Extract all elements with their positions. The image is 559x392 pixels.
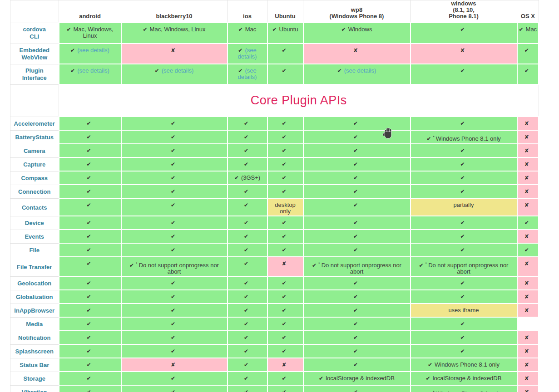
check-icon: ✔ xyxy=(282,247,286,253)
cell-text: Windows Phone 8.1 only xyxy=(436,391,501,392)
matrix-cell: ✘ xyxy=(517,304,539,317)
check-icon: ✔ xyxy=(86,280,91,286)
check-icon: ✔ xyxy=(244,202,248,208)
table-row: cordova CLI✔Mac, Windows, Linux✔Mac, Win… xyxy=(10,23,539,44)
cell-text: Windows Phone 8.1 only xyxy=(436,135,501,142)
check-icon: ✔ xyxy=(244,120,248,127)
cell-text: Windows Phone 8.1 only xyxy=(435,361,500,368)
check-icon: ✔ xyxy=(282,294,286,300)
cross-icon: ✘ xyxy=(524,294,529,300)
footnote-asterisk: * xyxy=(433,135,435,139)
feature-link-compass[interactable]: Compass xyxy=(21,175,48,182)
matrix-cell: ✔ xyxy=(303,385,411,392)
check-icon: ✔ xyxy=(460,68,465,74)
matrix-cell: ✘ xyxy=(517,130,539,144)
feature-link-plugin-interface[interactable]: Plugin Interface xyxy=(22,67,47,82)
matrix-cell: ✔ xyxy=(303,171,411,185)
table-row: Splashscreen✔✔✔✔✔✔✘ xyxy=(10,344,539,358)
matrix-cell: ✘ xyxy=(517,358,539,372)
check-icon: ✔ xyxy=(426,136,431,142)
check-icon: ✔ xyxy=(460,280,465,286)
check-icon: ✔ xyxy=(171,175,175,181)
matrix-cell: ✘ xyxy=(517,117,539,130)
matrix-cell: ✘ xyxy=(411,44,517,64)
matrix-cell: ✔ xyxy=(228,117,267,130)
matrix-cell: ✔ xyxy=(228,157,267,171)
matrix-cell: ✘ xyxy=(517,290,539,304)
feature-link-storage[interactable]: Storage xyxy=(24,375,45,382)
footnote-asterisk: * xyxy=(136,261,138,266)
check-icon: ✔ xyxy=(519,26,524,33)
feature-link-embedded-webview[interactable]: Embedded WebView xyxy=(20,47,49,61)
see-details-link[interactable]: (see details) xyxy=(77,47,109,54)
check-icon: ✔ xyxy=(460,334,465,341)
feature-link-events[interactable]: Events xyxy=(25,233,44,240)
table-row: InAppBrowser✔✔✔✔✔uses iframe✘ xyxy=(10,304,539,317)
check-icon: ✔ xyxy=(460,188,465,195)
check-icon: ✔ xyxy=(282,161,286,167)
feature-link-batterystatus[interactable]: BatteryStatus xyxy=(15,134,54,141)
feature-link-media[interactable]: Media xyxy=(26,321,43,328)
matrix-cell: ✔ xyxy=(303,185,411,198)
cross-icon: ✘ xyxy=(524,348,529,354)
empty-feature-cell xyxy=(10,84,59,117)
feature-link-accelerometer[interactable]: Accelerometer xyxy=(14,120,55,127)
matrix-cell: ✔ xyxy=(59,117,121,130)
feature-link-status-bar[interactable]: Status Bar xyxy=(20,362,49,369)
feature-link-contacts[interactable]: Contacts xyxy=(22,204,47,211)
check-icon: ✔ xyxy=(282,375,286,382)
see-details-link[interactable]: (see details) xyxy=(162,67,194,74)
check-icon: ✔ xyxy=(460,147,465,154)
check-icon: ✔ xyxy=(86,120,91,127)
see-details-link[interactable]: (see details) xyxy=(344,67,376,74)
feature-link-notification[interactable]: Notification xyxy=(18,334,51,342)
feature-link-connection[interactable]: Connection xyxy=(18,188,51,196)
cross-icon: ✘ xyxy=(460,47,465,54)
matrix-cell: ✘ xyxy=(267,358,303,372)
matrix-cell: ✔ xyxy=(228,276,267,290)
table-row: Accelerometer✔✔✔✔✔✔✘ xyxy=(10,117,539,130)
feature-link-splashscreen[interactable]: Splashscreen xyxy=(15,348,54,355)
matrix-cell: ✔ xyxy=(303,216,411,230)
check-icon: ✔ xyxy=(86,233,91,240)
matrix-cell: ✔ xyxy=(121,117,228,130)
matrix-cell: ✘ xyxy=(267,257,303,276)
feature-link-vibration[interactable]: Vibration xyxy=(22,389,47,392)
check-icon: ✔ xyxy=(312,262,317,269)
check-icon: ✔ xyxy=(70,47,75,54)
feature-link-device[interactable]: Device xyxy=(25,220,44,227)
cross-icon: ✘ xyxy=(524,280,529,286)
check-icon: ✔ xyxy=(86,334,91,341)
matrix-cell: desktop only xyxy=(267,198,303,216)
feature-link-capture[interactable]: Capture xyxy=(23,161,45,168)
matrix-cell: ✔ xyxy=(267,144,303,157)
matrix-cell: ✔*Windows Phone 8.1 only xyxy=(411,130,517,144)
feature-cell: Globalization xyxy=(10,290,59,304)
column-header-ios: ios xyxy=(228,0,267,23)
feature-link-inappbrowser[interactable]: InAppBrowser xyxy=(14,307,54,314)
matrix-cell: ✔*Do not support onprogress nor abort xyxy=(303,257,411,276)
feature-link-camera[interactable]: Camera xyxy=(24,147,45,155)
matrix-cell: ✔ xyxy=(303,117,411,130)
feature-link-cordova-cli[interactable]: cordova CLI xyxy=(23,26,46,40)
matrix-cell: ✔ xyxy=(517,216,539,230)
feature-cell: Storage xyxy=(10,372,59,385)
cross-icon: ✘ xyxy=(282,260,286,267)
cell-text: Do not support onprogress nor abort xyxy=(322,262,401,275)
feature-link-file[interactable]: File xyxy=(30,247,40,254)
feature-link-globalization[interactable]: Globalization xyxy=(16,294,53,301)
see-details-link[interactable]: (see details) xyxy=(77,67,109,74)
feature-link-geolocation[interactable]: Geolocation xyxy=(17,280,51,287)
table-row: Globalization✔✔✔✔✔✔✘ xyxy=(10,290,539,304)
check-icon: ✔ xyxy=(171,202,175,208)
check-icon: ✔ xyxy=(353,348,358,354)
cell-text: Mac, Windows, Linux xyxy=(73,26,113,39)
check-icon: ✔ xyxy=(143,26,148,33)
check-icon: ✔ xyxy=(244,294,248,300)
matrix-cell: ✔Windows Phone 8.1 only xyxy=(411,358,517,372)
check-icon: ✔ xyxy=(86,260,91,267)
feature-link-file-transfer[interactable]: File Transfer xyxy=(17,264,52,271)
matrix-cell: ✘ xyxy=(121,44,228,64)
matrix-cell: ✔ xyxy=(121,185,228,198)
table-row: Media✔✔✔✔✔✔ xyxy=(10,317,539,331)
